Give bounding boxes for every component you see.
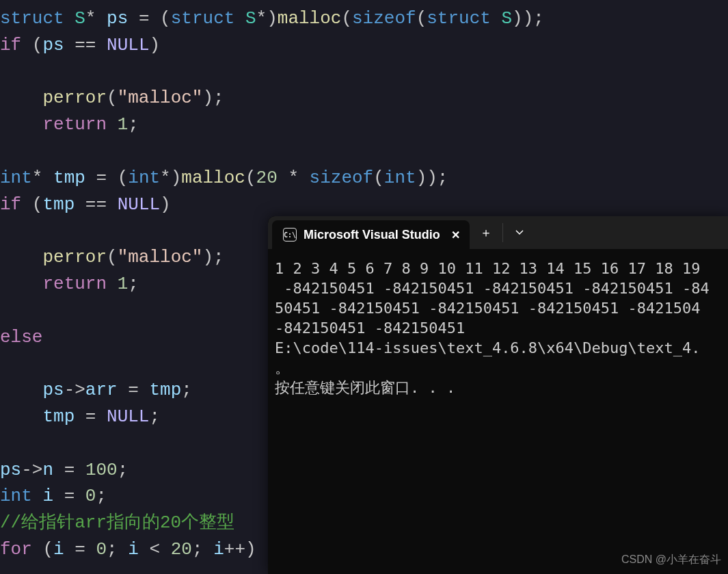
chevron-down-icon — [515, 228, 524, 237]
tab-dropdown-button[interactable] — [503, 216, 536, 249]
tab-title: Microsoft Visual Studio — [304, 228, 440, 242]
new-tab-button[interactable]: ＋ — [470, 216, 502, 249]
terminal-tab[interactable]: C:\ Microsoft Visual Studio ✕ — [272, 220, 470, 249]
keyword-int: int — [0, 168, 32, 188]
watermark: CSDN @小羊在奋斗 — [621, 553, 721, 567]
keyword-struct: struct — [0, 8, 64, 29]
terminal-output[interactable]: 1 2 3 4 5 6 7 8 9 10 11 12 13 14 15 16 1… — [268, 249, 728, 574]
macro-null: NULL — [107, 35, 149, 55]
func-perror: perror — [42, 88, 107, 108]
terminal-titlebar[interactable]: C:\ Microsoft Visual Studio ✕ ＋ — [268, 216, 728, 249]
terminal-window: C:\ Microsoft Visual Studio ✕ ＋ 1 2 3 4 … — [268, 216, 728, 574]
keyword-else: else — [0, 327, 42, 348]
type-name: S — [75, 8, 85, 29]
console-icon: C:\ — [283, 228, 297, 242]
comment: //给指针arr指向的20个整型 — [0, 512, 234, 533]
keyword-return: return — [42, 114, 107, 135]
string-literal: "malloc" — [118, 88, 203, 108]
func-malloc: malloc — [278, 8, 342, 29]
var-ps: ps — [107, 8, 128, 29]
var-tmp: tmp — [53, 168, 85, 188]
keyword-if: if — [0, 35, 21, 55]
keyword-for: for — [0, 539, 32, 560]
close-icon[interactable]: ✕ — [451, 229, 460, 242]
